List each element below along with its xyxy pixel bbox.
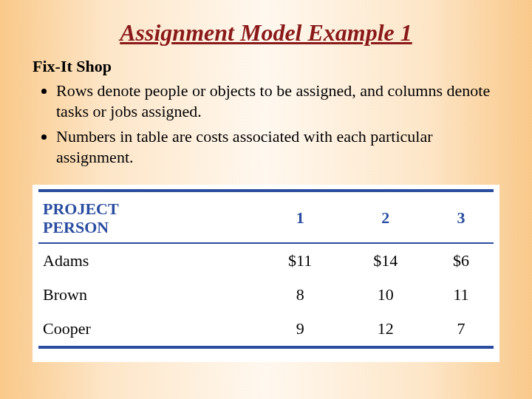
cost-cell: 10: [342, 278, 429, 312]
table-bottom-rule: [38, 346, 494, 349]
cost-cell: $11: [258, 244, 342, 278]
bullet-item: Rows denote people or objects to be assi…: [56, 81, 502, 122]
cost-cell: 8: [258, 278, 342, 312]
page-title: Assignment Model Example 1: [30, 19, 502, 47]
subtitle: Fix-It Shop: [33, 57, 502, 76]
person-cell: Adams: [38, 244, 258, 278]
cost-cell: $14: [342, 244, 429, 278]
table-header-row: PROJECT PERSON 1 2 3: [38, 192, 494, 243]
table-row: Brown 8 10 11: [38, 278, 494, 312]
table-header-label: PROJECT PERSON: [38, 192, 258, 243]
bullet-item: Numbers in table are costs associated wi…: [56, 126, 502, 168]
bullet-list: Rows denote people or objects to be assi…: [37, 81, 502, 168]
cost-cell: $6: [429, 244, 494, 278]
cost-cell: 7: [429, 312, 494, 346]
cost-table-container: PROJECT PERSON 1 2 3 Adams $11 $14 $6: [33, 185, 499, 363]
cost-table: PROJECT PERSON 1 2 3 Adams $11 $14 $6: [38, 192, 494, 349]
col-header-1: 1: [258, 192, 342, 243]
cost-cell: 11: [429, 278, 494, 312]
person-cell: Brown: [38, 278, 258, 312]
table-row: Adams $11 $14 $6: [38, 244, 494, 278]
col-header-2: 2: [342, 192, 429, 243]
header-line2: PERSON: [43, 218, 109, 236]
table-row: Cooper 9 12 7: [38, 312, 494, 346]
col-header-3: 3: [429, 192, 494, 243]
cost-cell: 12: [342, 312, 429, 346]
cost-cell: 9: [258, 312, 342, 346]
slide: Assignment Model Example 1 Fix-It Shop R…: [0, 0, 532, 399]
person-cell: Cooper: [38, 312, 258, 346]
header-line1: PROJECT: [43, 200, 119, 218]
